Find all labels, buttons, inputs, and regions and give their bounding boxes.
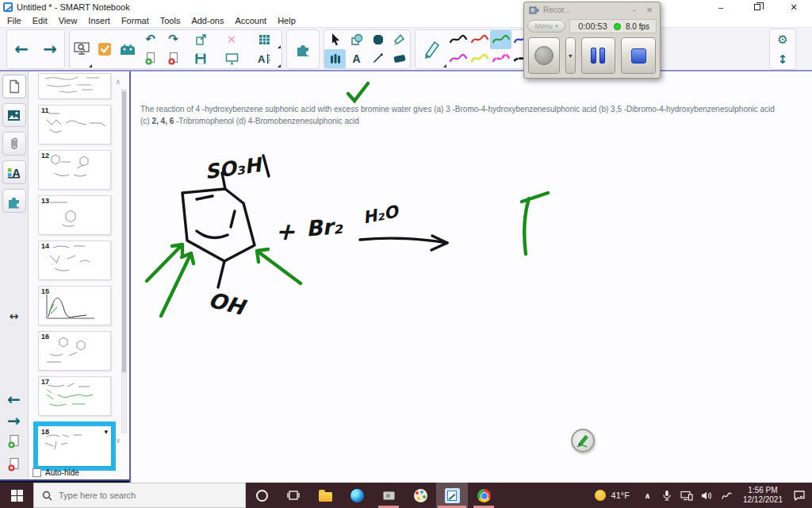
tray-volume-button[interactable] bbox=[697, 491, 717, 501]
taskbar-cortana-button[interactable] bbox=[246, 483, 278, 508]
thumbnails-scroll-up[interactable]: ∧ bbox=[115, 78, 121, 86]
taskbar-task-view-button[interactable] bbox=[278, 483, 309, 508]
taskbar-paint-button[interactable] bbox=[404, 483, 436, 508]
tray-expand-chevron[interactable]: ∧ bbox=[638, 491, 657, 500]
fill-tool-button[interactable] bbox=[389, 30, 410, 49]
floating-pen-indicator[interactable] bbox=[571, 429, 595, 452]
previous-page-arrow[interactable]: ← bbox=[7, 391, 21, 407]
page-thumbnail-selected[interactable]: 18 ▾ bbox=[38, 426, 111, 466]
page-thumbnail[interactable] bbox=[38, 73, 111, 99]
tab-attachments[interactable] bbox=[2, 132, 26, 156]
taskbar-edge-button[interactable] bbox=[341, 483, 373, 508]
polygon-tool-button[interactable] bbox=[367, 30, 389, 49]
delete-page-button[interactable] bbox=[162, 49, 185, 68]
tab-addons[interactable] bbox=[2, 189, 26, 213]
toolbar-move-button[interactable]: ↕ bbox=[770, 49, 795, 69]
toolbar-settings-button[interactable]: ⚙ bbox=[770, 29, 795, 49]
action-center-button[interactable] bbox=[789, 490, 809, 501]
record-button[interactable] bbox=[528, 37, 560, 74]
search-input[interactable] bbox=[59, 491, 209, 500]
menu-account[interactable]: Account bbox=[229, 16, 272, 25]
menu-view[interactable]: View bbox=[53, 16, 83, 25]
stop-button[interactable] bbox=[621, 37, 656, 74]
pen-yellow-button[interactable] bbox=[469, 49, 490, 68]
pen-black-button[interactable] bbox=[447, 30, 469, 49]
page-thumbnail[interactable]: 17 bbox=[38, 376, 111, 416]
redo-button[interactable]: ↷ bbox=[162, 30, 185, 49]
previous-page-button[interactable]: ← bbox=[7, 30, 36, 68]
weather-widget[interactable]: 41°F bbox=[587, 490, 638, 501]
eraser-tool-button[interactable] bbox=[389, 49, 410, 68]
page-thumbnail[interactable]: 14 bbox=[38, 241, 111, 280]
pause-button[interactable] bbox=[581, 37, 616, 74]
recorder-close-button[interactable]: ✕ bbox=[644, 6, 655, 14]
taskbar-smart-notebook-button[interactable] bbox=[436, 483, 468, 508]
save-button[interactable] bbox=[185, 49, 216, 68]
screen-capture-button[interactable] bbox=[70, 30, 93, 68]
select-tool-button[interactable] bbox=[324, 30, 346, 49]
recorder-menu-button[interactable]: Menu ▾ bbox=[527, 20, 565, 33]
page-thumbnail[interactable]: 16 bbox=[38, 331, 111, 371]
thumbnails-scrollbar[interactable] bbox=[121, 89, 127, 433]
page-thumbnail[interactable]: 11 bbox=[38, 105, 111, 144]
close-button[interactable]: ✕ bbox=[776, 0, 812, 14]
page-menu-dropdown-icon[interactable]: ▾ bbox=[104, 428, 108, 436]
menu-addons[interactable]: Add-ons bbox=[186, 16, 229, 25]
page-thumbnail[interactable]: 12 bbox=[38, 150, 111, 190]
table-button[interactable] bbox=[247, 30, 282, 49]
start-button[interactable] bbox=[0, 483, 33, 508]
menu-edit[interactable]: Edit bbox=[27, 16, 53, 25]
check-answer-button[interactable] bbox=[93, 30, 116, 68]
pen-red-button[interactable] bbox=[469, 30, 490, 49]
pen-tool-button[interactable] bbox=[416, 30, 447, 68]
taskbar-recorder-button[interactable] bbox=[373, 483, 404, 508]
tab-page-sorter[interactable] bbox=[2, 75, 26, 98]
menu-help[interactable]: Help bbox=[272, 16, 301, 25]
delete-page-side-button[interactable] bbox=[7, 457, 21, 475]
menu-file[interactable]: File bbox=[2, 16, 27, 25]
tray-microphone-button[interactable] bbox=[657, 490, 677, 501]
add-page-side-button[interactable] bbox=[7, 434, 21, 452]
recorder-titlebar[interactable]: Recor... – ✕ bbox=[524, 2, 660, 17]
export-page-button[interactable] bbox=[185, 30, 216, 49]
add-page-button[interactable] bbox=[139, 49, 162, 68]
taskbar-file-explorer-button[interactable] bbox=[309, 483, 341, 508]
notebook-canvas[interactable]: The reaction of 4 -hydroxybenzene sulpho… bbox=[129, 71, 812, 483]
line-tool-button[interactable] bbox=[367, 49, 389, 68]
restore-button[interactable] bbox=[739, 0, 776, 14]
page-thumbnail[interactable]: 15 bbox=[38, 286, 111, 325]
minimize-button[interactable]: – bbox=[703, 0, 739, 14]
next-page-button[interactable]: → bbox=[36, 30, 64, 68]
smart-blocks-button[interactable] bbox=[287, 30, 319, 68]
thumbnails-scroll-down[interactable]: ∨ bbox=[115, 437, 121, 444]
menu-format[interactable]: Format bbox=[116, 16, 155, 25]
menu-tools[interactable]: Tools bbox=[155, 16, 186, 25]
activity-builder-button[interactable] bbox=[116, 30, 139, 68]
ink-drawing-layer[interactable]: SO₃H OH + Br₂ H₂O bbox=[131, 71, 812, 483]
tab-gallery[interactable] bbox=[2, 103, 26, 127]
ink-properties-button[interactable] bbox=[324, 49, 346, 68]
taskbar-clock[interactable]: 1:56 PM 12/12/2021 bbox=[737, 486, 789, 505]
delete-button[interactable]: ✕ bbox=[216, 30, 247, 49]
taskbar-chrome-button[interactable] bbox=[468, 483, 500, 508]
pen-green-button[interactable] bbox=[490, 30, 511, 49]
scrollbar-thumb[interactable] bbox=[122, 91, 126, 372]
text-measure-button[interactable]: A bbox=[247, 49, 282, 68]
autohide-checkbox[interactable] bbox=[33, 468, 41, 477]
next-page-arrow[interactable]: → bbox=[7, 413, 21, 429]
pen-pink-dash-button[interactable] bbox=[490, 49, 511, 68]
page-thumbnail[interactable]: 13 bbox=[38, 195, 111, 235]
shapes-tool-button[interactable] bbox=[346, 30, 367, 49]
tab-properties[interactable]: A bbox=[2, 160, 26, 184]
taskbar-search[interactable] bbox=[33, 483, 246, 508]
tray-display-button[interactable] bbox=[677, 491, 697, 501]
panel-resize-handle[interactable]: ↔ bbox=[10, 310, 19, 322]
tray-ink-workspace-button[interactable] bbox=[717, 491, 737, 501]
screen-shade-button[interactable] bbox=[216, 49, 247, 68]
recorder-minimize-button[interactable]: – bbox=[629, 6, 640, 14]
pen-magenta-button[interactable] bbox=[447, 49, 469, 68]
undo-button[interactable]: ↶ bbox=[139, 30, 162, 49]
record-options-dropdown[interactable]: ▾ bbox=[565, 37, 576, 74]
menu-insert[interactable]: Insert bbox=[82, 16, 116, 25]
text-tool-button[interactable]: A bbox=[346, 49, 367, 68]
